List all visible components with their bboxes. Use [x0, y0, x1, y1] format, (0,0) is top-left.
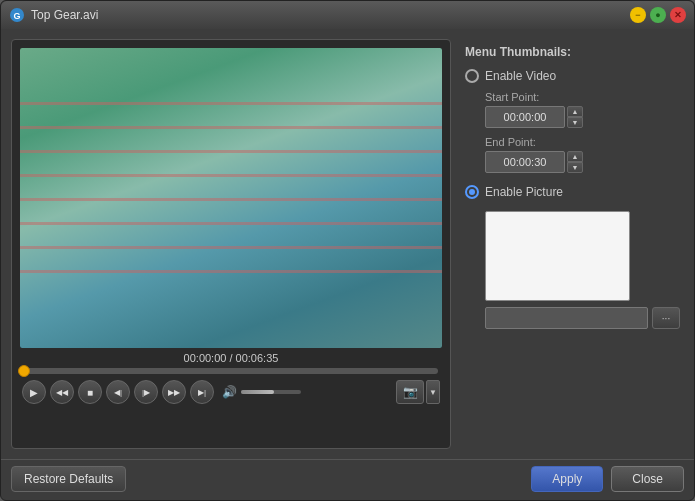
- enable-picture-label: Enable Picture: [485, 185, 563, 199]
- close-button[interactable]: Close: [611, 466, 684, 492]
- bottom-bar: Restore Defaults Apply Close: [1, 459, 694, 500]
- seek-bar-container[interactable]: [20, 366, 442, 376]
- prev-button[interactable]: ◀|: [106, 380, 130, 404]
- start-point-down[interactable]: ▼: [567, 117, 583, 128]
- end-point-group: End Point: ▲ ▼: [485, 136, 680, 173]
- player-section: 00:00:00 / 00:06:35 ▶ ◀◀ ■ ◀| |▶ ▶▶ ▶| 🔊: [11, 39, 451, 449]
- browse-button[interactable]: ···: [652, 307, 680, 329]
- title-bar: G Top Gear.avi − ● ✕: [1, 1, 694, 29]
- start-point-spinners: ▲ ▼: [567, 106, 583, 128]
- video-frame: [20, 48, 442, 348]
- end-point-input-row: ▲ ▼: [485, 151, 680, 173]
- end-point-down[interactable]: ▼: [567, 162, 583, 173]
- snapshot-dropdown-button[interactable]: ▼: [426, 380, 440, 404]
- stop-button[interactable]: ■: [78, 380, 102, 404]
- volume-fill: [241, 390, 274, 394]
- volume-slider[interactable]: [241, 390, 301, 394]
- volume-icon: 🔊: [222, 385, 237, 399]
- app-icon: G: [9, 7, 25, 23]
- enable-video-label: Enable Video: [485, 69, 556, 83]
- main-content: 00:00:00 / 00:06:35 ▶ ◀◀ ■ ◀| |▶ ▶▶ ▶| 🔊: [1, 29, 694, 459]
- controls-bar: ▶ ◀◀ ■ ◀| |▶ ▶▶ ▶| 🔊 📷 ▼: [20, 376, 442, 408]
- minimize-button[interactable]: −: [630, 7, 646, 23]
- end-point-input[interactable]: [485, 151, 565, 173]
- settings-section: Menu Thumbnails: Enable Video Start Poin…: [461, 39, 684, 449]
- close-title-button[interactable]: ✕: [670, 7, 686, 23]
- window-controls: − ● ✕: [630, 7, 686, 23]
- frame-back-button[interactable]: ◀◀: [50, 380, 74, 404]
- seek-bar[interactable]: [24, 368, 438, 374]
- menu-thumbnails-label: Menu Thumbnails:: [465, 45, 680, 59]
- enable-video-radio[interactable]: [465, 69, 479, 83]
- next-button[interactable]: |▶: [134, 380, 158, 404]
- enable-picture-row[interactable]: Enable Picture: [465, 185, 680, 199]
- svg-text:G: G: [13, 11, 20, 21]
- end-point-up[interactable]: ▲: [567, 151, 583, 162]
- start-point-input[interactable]: [485, 106, 565, 128]
- apply-button[interactable]: Apply: [531, 466, 603, 492]
- video-canvas: [20, 48, 442, 348]
- volume-area: 🔊: [222, 385, 301, 399]
- start-point-up[interactable]: ▲: [567, 106, 583, 117]
- end-point-spinners: ▲ ▼: [567, 151, 583, 173]
- end-point-label: End Point:: [485, 136, 680, 148]
- main-window: G Top Gear.avi − ● ✕: [0, 0, 695, 501]
- start-point-input-row: ▲ ▼: [485, 106, 680, 128]
- window-title: Top Gear.avi: [31, 8, 630, 22]
- play-button[interactable]: ▶: [22, 380, 46, 404]
- restore-defaults-button[interactable]: Restore Defaults: [11, 466, 126, 492]
- snapshot-button[interactable]: 📷: [396, 380, 424, 404]
- video-scanlines: [20, 48, 442, 348]
- enable-picture-radio[interactable]: [465, 185, 479, 199]
- maximize-button[interactable]: ●: [650, 7, 666, 23]
- start-point-group: Start Point: ▲ ▼: [485, 91, 680, 128]
- picture-preview-area: ···: [485, 211, 680, 329]
- end-button[interactable]: ▶|: [190, 380, 214, 404]
- enable-video-row[interactable]: Enable Video: [465, 69, 680, 83]
- seek-thumb[interactable]: [18, 365, 30, 377]
- file-path-input[interactable]: [485, 307, 648, 329]
- frame-fwd-button[interactable]: ▶▶: [162, 380, 186, 404]
- file-input-row: ···: [485, 307, 680, 329]
- camera-controls: 📷 ▼: [396, 380, 440, 404]
- time-display: 00:00:00 / 00:06:35: [20, 348, 442, 366]
- start-point-label: Start Point:: [485, 91, 680, 103]
- picture-preview-box: [485, 211, 630, 301]
